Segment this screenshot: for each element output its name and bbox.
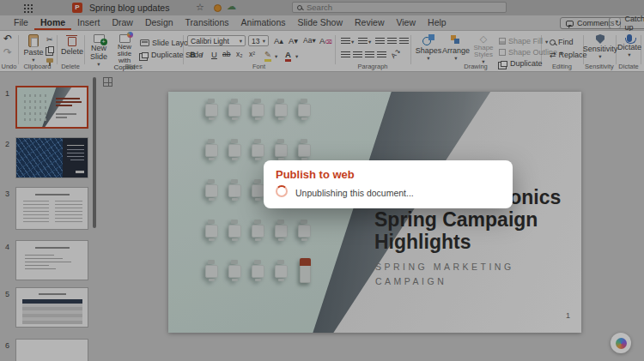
dialog-message: Unpublishing this document... [295, 188, 414, 198]
progress-spinner-icon [276, 185, 288, 197]
dialog-title: Publish to web [276, 168, 355, 181]
publish-to-web-dialog: Publish to web Unpublishing this documen… [264, 160, 513, 208]
